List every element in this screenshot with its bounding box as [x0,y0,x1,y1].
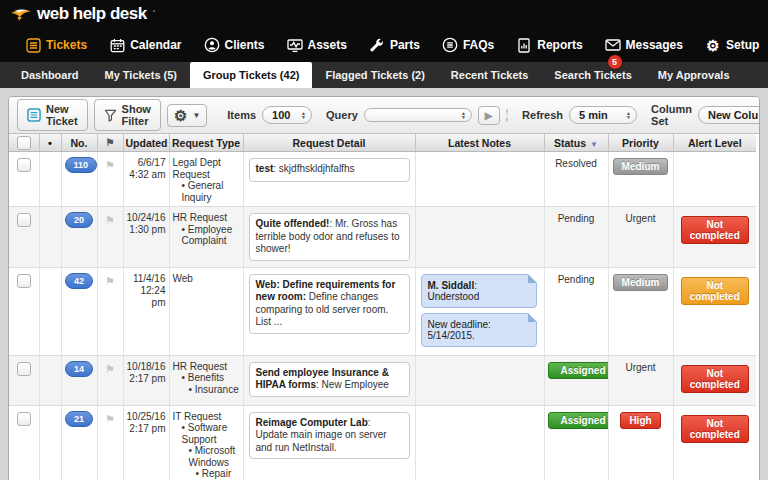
request-detail-cell: Web: Define requirements for new room: D… [243,267,415,355]
select-all-header[interactable] [9,134,39,152]
request-type-line: • Repair Request [173,468,240,480]
run-query-button[interactable]: ▶ [478,106,500,125]
request-type-cell: IT Request• Software Support• Microsoft … [169,405,243,480]
row-checkbox[interactable] [17,213,31,227]
nav-item-label: Calendar [130,38,181,52]
flag-icon[interactable]: ⚑ [101,159,120,172]
setup-icon: ⚙ [705,37,721,53]
request-type-line: IT Request [173,411,240,423]
subnav-tab-recent-tickets[interactable]: Recent Tickets [438,62,541,88]
logo-trademark-tick: ´ [153,9,156,19]
nav-item-reports[interactable]: Reports [505,28,593,62]
nav-item-assets[interactable]: Assets [276,28,358,62]
request-type-column-header[interactable]: Request Type [169,134,243,152]
unread-dot-icon: • [48,137,52,149]
request-detail-box[interactable]: Web: Define requirements for new room: D… [249,274,410,334]
subnav-tab-group-tickets-42[interactable]: Group Tickets (42) [190,62,312,88]
toolbar: New Ticket Show Filter ⚙ ▼ Items 100 ▲▼ … [9,97,759,134]
refresh-select[interactable]: 5 min ▲▼ [569,106,637,124]
nav-item-tickets[interactable]: Tickets [14,28,98,62]
subnav-tab-my-approvals[interactable]: My Approvals [645,62,743,88]
ticket-number-badge[interactable]: 42 [65,273,93,289]
select-all-checkbox[interactable] [17,136,31,150]
column-set-select[interactable]: New Colu ▲▼ [698,106,760,124]
play-icon: ▶ [485,110,493,121]
faqs-icon [442,37,458,53]
row-checkbox[interactable] [17,274,31,288]
request-detail-box[interactable]: test: skjdfhskldjhfalfhs [249,158,410,182]
request-detail-box[interactable]: Quite offended!: Mr. Gross has terrible … [249,213,410,261]
note-box[interactable]: New deadline: 5/14/2015. [421,313,537,347]
ticket-number-cell: 110 [61,152,97,207]
updated-time: 12:24 pm [127,285,166,309]
flag-icon[interactable]: ⚑ [101,413,120,426]
subnav-tab-my-tickets-5[interactable]: My Tickets (5) [91,62,190,88]
nav-item-calendar[interactable]: Calendar [98,28,192,62]
ticket-number-cell: 20 [61,207,97,268]
show-filter-button[interactable]: Show Filter [94,99,161,131]
unread-cell [39,405,61,480]
flag-icon[interactable]: ⚑ [101,214,120,227]
nav-item-setup[interactable]: ⚙Setup [694,28,768,62]
priority-column-header[interactable]: Priority [608,134,673,152]
flag-icon[interactable]: ⚑ [101,363,120,376]
nav-item-faqs[interactable]: FAQs [431,28,505,62]
gear-icon: ⚙ [174,108,187,123]
status-text: Pending [558,274,595,285]
request-detail-column-header[interactable]: Request Detail [243,134,415,152]
ticket-number-badge[interactable]: 110 [65,157,98,173]
latest-notes-cell [415,152,544,207]
row-checkbox[interactable] [17,158,31,172]
latest-notes-column-header[interactable]: Latest Notes [415,134,544,152]
stepper-icon: ▲▼ [301,111,306,119]
nav-item-parts[interactable]: Parts [358,28,431,62]
flag-cell: ⚑ [97,207,123,268]
new-ticket-button[interactable]: New Ticket [17,99,88,131]
request-detail-box[interactable]: Send employee Insurance & HIPAA forms: N… [249,362,410,397]
tickets-panel: New Ticket Show Filter ⚙ ▼ Items 100 ▲▼ … [8,96,760,480]
note-box[interactable]: M. Siddall: Understood [421,274,537,308]
updated-date: 6/6/17 [127,157,166,169]
reports-icon [516,37,532,53]
flag-cell: ⚑ [97,267,123,355]
ticket-number-badge[interactable]: 14 [65,361,93,377]
row-checkbox[interactable] [17,412,31,426]
request-detail-box[interactable]: Reimage Computer Lab: Update main image … [249,412,410,460]
updated-date: 10/25/16 [127,411,166,423]
query-select[interactable]: ▲▼ [364,108,472,122]
flag-column-header[interactable]: ⚑ [97,134,123,152]
updated-column-header[interactable]: Updated [123,134,169,152]
stepper-icon: ▲▼ [626,111,631,119]
items-select[interactable]: 100 ▲▼ [262,106,312,124]
ticket-table-body: 110⚑6/6/174:32 amLegal Dept Request• Gen… [9,152,756,480]
alert-level-column-header[interactable]: Alert Level [673,134,756,152]
ticket-row: 42⚑11/4/1612:24 pmWebWeb: Define require… [9,267,756,355]
request-detail-cell: test: skjdfhskldjhfalfhs [243,152,415,207]
top-bar: web help desk ´ [0,0,768,28]
request-type-line: Legal Dept Request [173,157,240,180]
nav-item-messages[interactable]: Messages5 [594,28,694,62]
unread-column-header[interactable]: • [39,134,61,152]
row-checkbox[interactable] [17,362,31,376]
subnav-tab-flagged-tickets-2[interactable]: Flagged Tickets (2) [312,62,437,88]
subnav-tab-dashboard[interactable]: Dashboard [8,62,91,88]
request-type-line: • Microsoft Windows [173,445,240,468]
status: Assigned [544,355,608,405]
subnav-tab-search-tickets[interactable]: Search Tickets [541,62,644,88]
nav-item-label: Tickets [46,38,87,52]
nav-item-clients[interactable]: Clients [193,28,276,62]
alert-level: Not completed [673,207,756,268]
ticket-number-badge[interactable]: 21 [65,411,93,427]
ticket-number-badge[interactable]: 20 [65,212,93,228]
number-column-header[interactable]: No. [61,134,97,152]
ticket-row: 14⚑10/18/162:17 pmHR Request• Benefits• … [9,355,756,405]
request-type-line: • Benefits [173,372,240,384]
ticket-row: 110⚑6/6/174:32 amLegal Dept Request• Gen… [9,152,756,207]
priority-badge: Medium [613,158,669,175]
alert-level-badge: Not completed [681,415,750,443]
flag-icon[interactable]: ⚑ [101,275,120,288]
priority: High [608,405,673,480]
bulk-action-gear-button[interactable]: ⚙ ▼ [167,104,207,127]
status-column-header[interactable]: Status▼ [544,134,608,152]
updated-time: 1:30 pm [127,224,166,236]
